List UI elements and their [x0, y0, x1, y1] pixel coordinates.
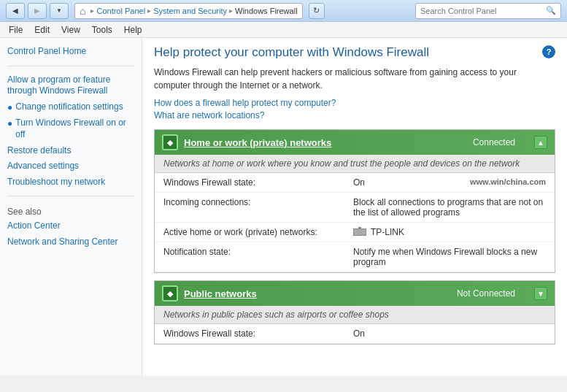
private-network-section: ◆ Home or work (private) networks Connec… [154, 129, 555, 273]
sidebar-item-notification[interactable]: ● Change notification settings [0, 99, 142, 116]
refresh-button[interactable]: ↻ [309, 3, 325, 19]
private-firewall-state-row: Windows Firewall state: On www.win/china… [155, 173, 555, 193]
shield-icon-1: ● [7, 102, 12, 114]
breadcrumb-system-security[interactable]: System and Security [153, 7, 227, 15]
private-network-status: Connected [473, 137, 515, 147]
network-sharing-label: Network and Sharing Center [7, 237, 117, 248]
advanced-label: Advanced settings [7, 161, 79, 172]
breadcrumb: ⌂ ▸ Control Panel ▸ System and Security … [74, 3, 303, 19]
nav-controls: ◀ ▶ ▼ ⌂ ▸ Control Panel ▸ System and Sec… [6, 3, 325, 19]
shield-icon-2: ● [7, 118, 12, 130]
private-header-left: ◆ Home or work (private) networks [162, 134, 331, 150]
home-icon: ⌂ [80, 5, 85, 17]
private-shield-icon: ◆ [162, 134, 178, 150]
network-locations-link[interactable]: What are network locations? [154, 110, 555, 120]
svg-rect-2 [358, 227, 361, 229]
notification-state-value: Notify me when Windows Firewall blocks a… [353, 247, 546, 267]
firewall-state-value: On [353, 177, 455, 188]
back-button[interactable]: ◀ [6, 3, 25, 19]
public-header-left: ◆ Public networks [162, 285, 257, 301]
breadcrumb-windows-firewall: Windows Firewall [235, 7, 298, 15]
active-networks-row: Active home or work (private) networks: … [155, 223, 555, 242]
sidebar: Control Panel Home Allow a program or fe… [0, 38, 142, 376]
public-expand-button[interactable]: ▼ [534, 287, 547, 300]
content-header: Help protect your computer with Windows … [154, 45, 555, 66]
network-adapter-icon [353, 227, 366, 237]
public-network-title: Public networks [184, 288, 257, 299]
search-icon[interactable]: 🔍 [546, 6, 556, 15]
restore-label: Restore defaults [7, 145, 71, 157]
menu-bar: File Edit View Tools Help [0, 22, 567, 38]
sidebar-item-turn-on-off[interactable]: ● Turn Windows Firewall on or off [0, 115, 142, 142]
sidebar-item-troubleshoot[interactable]: Troubleshoot my network [0, 174, 142, 191]
turn-on-off-label: Turn Windows Firewall on or off [15, 118, 134, 140]
public-network-header: ◆ Public networks Not Connected ▼ [155, 281, 555, 306]
breadcrumb-sep-2: ▸ [147, 7, 151, 15]
menu-help[interactable]: Help [118, 23, 148, 36]
sidebar-item-allow-program[interactable]: Allow a program or feature through Windo… [0, 72, 142, 99]
incoming-connections-label: Incoming connections: [163, 197, 353, 207]
search-bar: 🔍 [415, 3, 561, 19]
notification-state-label: Notification state: [163, 247, 353, 257]
private-network-title: Home or work (private) networks [184, 137, 331, 148]
title-bar: ◀ ▶ ▼ ⌂ ▸ Control Panel ▸ System and Sec… [0, 0, 567, 22]
search-input[interactable] [420, 7, 546, 15]
public-shield-icon: ◆ [162, 285, 178, 301]
content-description: Windows Firewall can help prevent hacker… [154, 66, 555, 92]
recent-pages-button[interactable]: ▼ [50, 3, 69, 19]
allow-program-label: Allow a program or feature through Windo… [7, 74, 134, 97]
incoming-connections-value: Block all connections to programs that a… [353, 197, 546, 218]
incoming-connections-row: Incoming connections: Block all connecti… [155, 193, 555, 223]
breadcrumb-sep-1: ▸ [90, 7, 94, 15]
public-network-section: ◆ Public networks Not Connected ▼ Networ… [154, 280, 555, 345]
see-also-label: See also [0, 202, 142, 218]
main-container: Control Panel Home Allow a program or fe… [0, 38, 567, 376]
firewall-help-link[interactable]: How does a firewall help protect my comp… [154, 98, 555, 108]
menu-file[interactable]: File [3, 23, 28, 36]
firewall-state-label: Windows Firewall state: [163, 177, 353, 188]
active-networks-value: TP-LINK [353, 227, 546, 237]
forward-button[interactable]: ▶ [28, 3, 47, 19]
sidebar-item-network-sharing[interactable]: Network and Sharing Center [0, 234, 142, 250]
sidebar-item-action-center[interactable]: Action Center [0, 218, 142, 234]
home-label: Control Panel Home [7, 46, 86, 58]
notification-state-row: Notification state: Notify me when Windo… [155, 242, 555, 272]
menu-tools[interactable]: Tools [86, 23, 118, 36]
action-center-label: Action Center [7, 220, 61, 232]
private-network-subtitle: Networks at home or work where you know … [155, 155, 555, 173]
content-area: Help protect your computer with Windows … [142, 38, 567, 376]
sidebar-item-restore[interactable]: Restore defaults [0, 143, 142, 159]
breadcrumb-control-panel[interactable]: Control Panel [96, 7, 145, 15]
sidebar-item-home[interactable]: Control Panel Home [0, 44, 142, 60]
private-network-header: ◆ Home or work (private) networks Connec… [155, 130, 555, 155]
public-firewall-state-label: Windows Firewall state: [163, 328, 353, 339]
private-expand-button[interactable]: ▲ [534, 136, 547, 149]
public-firewall-state-row: Windows Firewall state: On [155, 324, 555, 344]
page-title: Help protect your computer with Windows … [154, 45, 429, 60]
notification-label: Change notification settings [15, 101, 123, 113]
public-firewall-state-value: On [353, 328, 546, 339]
tp-link-container: TP-LINK [353, 227, 546, 237]
help-button[interactable]: ? [542, 45, 555, 58]
watermark-text: www.win/china.com [470, 177, 546, 186]
menu-view[interactable]: View [55, 23, 86, 36]
menu-edit[interactable]: Edit [28, 23, 55, 36]
breadcrumb-sep-3: ▸ [229, 7, 233, 15]
svg-rect-1 [354, 229, 366, 235]
tp-link-label: TP-LINK [371, 227, 404, 237]
public-network-subtitle: Networks in public places such as airpor… [155, 306, 555, 324]
public-network-status: Not Connected [457, 288, 515, 299]
troubleshoot-label: Troubleshoot my network [7, 177, 105, 188]
sidebar-item-advanced[interactable]: Advanced settings [0, 158, 142, 174]
active-networks-label: Active home or work (private) networks: [163, 227, 353, 237]
